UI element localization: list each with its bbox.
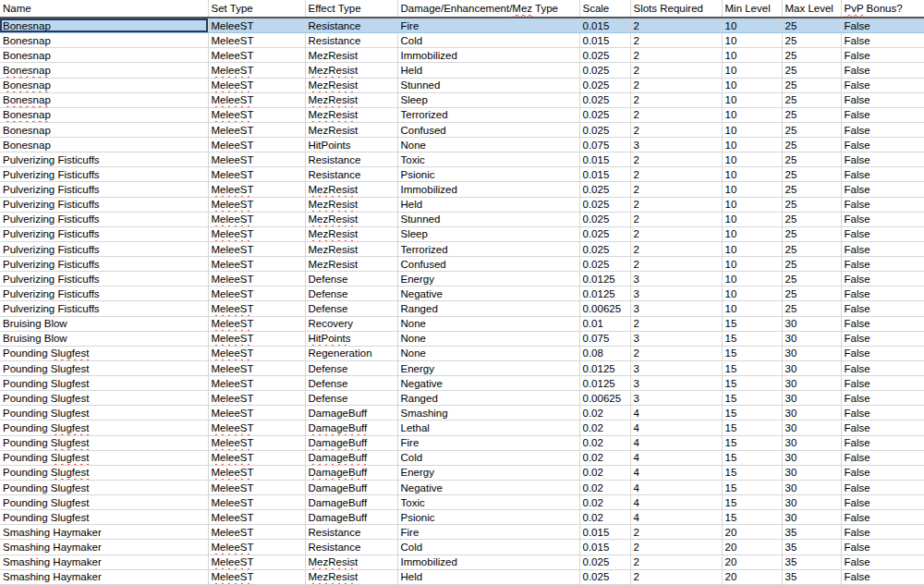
cell[interactable]: MeleeST bbox=[208, 18, 305, 33]
cell[interactable]: 10 bbox=[722, 272, 782, 286]
cell[interactable]: MeleeST bbox=[208, 391, 305, 406]
cell[interactable]: Defense bbox=[305, 391, 397, 406]
column-header-damage-enhancement-mez-type[interactable]: Damage/Enhancement/Mez Type bbox=[397, 0, 579, 18]
cell[interactable]: 0.025 bbox=[579, 212, 630, 226]
cell[interactable]: Cold bbox=[397, 33, 579, 48]
cell[interactable]: 30 bbox=[782, 510, 841, 525]
cell[interactable]: MeleeST bbox=[208, 241, 305, 256]
cell[interactable]: MeleeST bbox=[208, 555, 305, 569]
column-header-name[interactable]: Name bbox=[0, 0, 208, 18]
cell[interactable]: MeleeST bbox=[208, 406, 305, 420]
cell[interactable]: MezResist bbox=[305, 241, 397, 256]
cell[interactable]: 0.025 bbox=[579, 107, 630, 122]
cell[interactable]: 0.02 bbox=[579, 435, 630, 450]
cell[interactable]: Bonesnap bbox=[0, 78, 208, 92]
cell[interactable]: DamageBuff bbox=[305, 420, 397, 435]
cell[interactable]: Pounding Slugfest bbox=[0, 510, 208, 525]
cell[interactable]: 30 bbox=[782, 450, 841, 465]
cell[interactable]: False bbox=[841, 257, 924, 272]
cell[interactable]: 0.02 bbox=[579, 450, 630, 465]
cell[interactable]: 0.025 bbox=[579, 182, 630, 197]
cell[interactable]: 0.00625 bbox=[579, 301, 630, 316]
cell[interactable]: 0.08 bbox=[579, 346, 630, 360]
cell[interactable]: False bbox=[841, 212, 924, 226]
cell[interactable]: 10 bbox=[722, 18, 782, 33]
cell[interactable]: Resistance bbox=[305, 152, 397, 167]
cell[interactable]: 10 bbox=[722, 197, 782, 212]
cell[interactable]: 35 bbox=[782, 525, 841, 540]
cell[interactable]: 0.0125 bbox=[579, 360, 630, 375]
cell[interactable]: 0.025 bbox=[579, 241, 630, 256]
cell[interactable]: False bbox=[841, 450, 924, 465]
cell[interactable]: Terrorized bbox=[397, 107, 579, 122]
cell[interactable]: 30 bbox=[782, 346, 841, 360]
cell[interactable]: False bbox=[841, 406, 924, 420]
cell[interactable]: False bbox=[841, 480, 924, 494]
cell[interactable]: MeleeST bbox=[208, 301, 305, 316]
cell[interactable]: DamageBuff bbox=[305, 510, 397, 525]
cell[interactable]: MeleeST bbox=[208, 286, 305, 301]
cell[interactable]: False bbox=[841, 197, 924, 212]
cell[interactable]: Defense bbox=[305, 272, 397, 286]
cell[interactable]: False bbox=[841, 331, 924, 346]
cell[interactable]: Pulverizing Fisticuffs bbox=[0, 286, 208, 301]
cell[interactable]: 3 bbox=[630, 391, 722, 406]
cell[interactable]: 2 bbox=[630, 33, 722, 48]
cell[interactable]: MeleeST bbox=[208, 435, 305, 450]
column-header-slots-required[interactable]: Slots Required bbox=[630, 0, 722, 18]
cell[interactable]: 0.0125 bbox=[579, 272, 630, 286]
cell[interactable]: 4 bbox=[630, 450, 722, 465]
cell[interactable]: 4 bbox=[630, 465, 722, 480]
cell[interactable]: MezResist bbox=[305, 555, 397, 569]
cell[interactable]: 25 bbox=[782, 122, 841, 137]
cell[interactable]: False bbox=[841, 286, 924, 301]
cell[interactable]: 25 bbox=[782, 197, 841, 212]
cell[interactable]: 0.015 bbox=[579, 167, 630, 182]
cell[interactable]: Energy bbox=[397, 360, 579, 375]
cell[interactable]: 15 bbox=[722, 360, 782, 375]
cell[interactable]: False bbox=[841, 167, 924, 182]
cell[interactable]: Pounding Slugfest bbox=[0, 450, 208, 465]
cell[interactable]: 2 bbox=[630, 257, 722, 272]
cell[interactable]: Terrorized bbox=[397, 241, 579, 256]
cell[interactable]: Immobilized bbox=[397, 48, 579, 63]
cell[interactable]: Pounding Slugfest bbox=[0, 346, 208, 360]
cell[interactable]: 10 bbox=[722, 167, 782, 182]
cell[interactable]: Bruising Blow bbox=[0, 331, 208, 346]
cell[interactable]: 2 bbox=[630, 48, 722, 63]
cell[interactable]: MeleeST bbox=[208, 510, 305, 525]
cell[interactable]: MeleeST bbox=[208, 465, 305, 480]
cell[interactable]: Confused bbox=[397, 257, 579, 272]
cell[interactable]: DamageBuff bbox=[305, 450, 397, 465]
cell[interactable]: 25 bbox=[782, 138, 841, 152]
cell[interactable]: Ranged bbox=[397, 391, 579, 406]
cell[interactable]: False bbox=[841, 272, 924, 286]
cell[interactable]: 0.02 bbox=[579, 480, 630, 494]
cell[interactable]: 2 bbox=[630, 212, 722, 226]
cell[interactable]: 20 bbox=[722, 555, 782, 569]
cell[interactable]: 10 bbox=[722, 63, 782, 78]
cell[interactable]: MeleeST bbox=[208, 167, 305, 182]
cell[interactable]: 25 bbox=[782, 152, 841, 167]
cell[interactable]: Smashing Haymaker bbox=[0, 525, 208, 540]
cell[interactable]: Defense bbox=[305, 376, 397, 391]
cell[interactable]: 30 bbox=[782, 376, 841, 391]
cell[interactable]: 2 bbox=[630, 167, 722, 182]
cell[interactable]: MezResist bbox=[305, 226, 397, 241]
cell[interactable]: 15 bbox=[722, 465, 782, 480]
cell[interactable]: MezResist bbox=[305, 212, 397, 226]
cell[interactable]: False bbox=[841, 48, 924, 63]
cell[interactable]: 10 bbox=[722, 33, 782, 48]
cell[interactable]: 30 bbox=[782, 391, 841, 406]
cell[interactable]: Pulverizing Fisticuffs bbox=[0, 272, 208, 286]
column-header-max-level[interactable]: Max Level bbox=[782, 0, 841, 18]
cell[interactable]: 0.025 bbox=[579, 197, 630, 212]
cell[interactable]: Cold bbox=[397, 540, 579, 555]
cell[interactable]: False bbox=[841, 555, 924, 569]
cell[interactable]: 2 bbox=[630, 316, 722, 331]
cell[interactable]: MeleeST bbox=[208, 569, 305, 584]
cell[interactable]: 20 bbox=[722, 569, 782, 584]
cell[interactable]: Pounding Slugfest bbox=[0, 480, 208, 494]
cell[interactable]: 15 bbox=[722, 480, 782, 494]
cell[interactable]: Pounding Slugfest bbox=[0, 391, 208, 406]
